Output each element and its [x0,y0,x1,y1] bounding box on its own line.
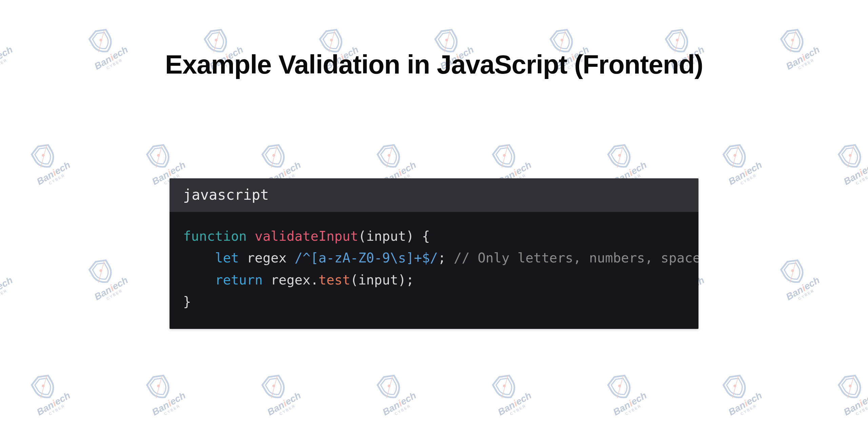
code-rest: (input); [350,272,414,288]
code-block: javascript function validateInput(input)… [170,178,698,329]
code-body: function validateInput(input) { let rege… [170,212,698,329]
code-comment: // Only letters, numbers, spaces [454,250,698,265]
code-language-label: javascript [170,178,698,212]
code-regex: /^[a-zA-Z0-9\s]+$/ [295,250,438,265]
code-method: test [318,272,350,288]
code-keyword: function [183,229,247,244]
page-title: Example Validation in JavaScript (Fronte… [165,49,703,80]
code-params: (input) { [358,229,430,244]
code-keyword: let [215,250,239,265]
code-function-name: validateInput [255,229,358,244]
code-identifier: regex. [271,272,318,288]
code-brace: } [183,294,191,309]
code-punct: ; [438,250,446,265]
code-keyword: return [215,272,263,288]
code-identifier: regex [247,250,295,265]
content-area: Example Validation in JavaScript (Fronte… [0,0,868,434]
